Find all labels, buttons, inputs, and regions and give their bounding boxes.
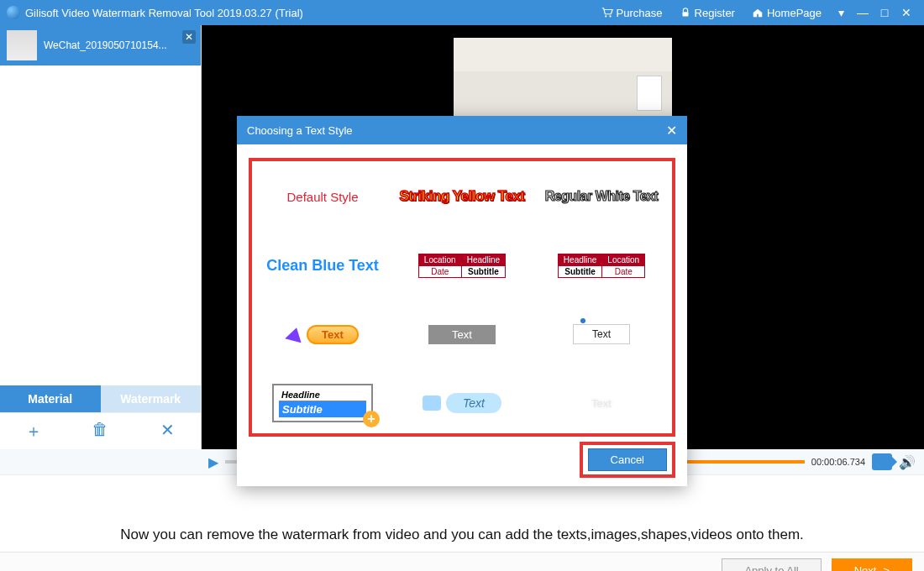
styles-grid: Default Style Striking Yellow Text Regul…	[257, 171, 667, 428]
style-gray-bar[interactable]: Text	[396, 309, 528, 359]
style-default-label: Default Style	[286, 190, 358, 204]
cancel-button[interactable]: Cancel	[588, 448, 667, 471]
style-headline-table-b[interactable]: HeadlineLocation SubtitleDate	[536, 240, 667, 291]
dialog-titlebar: Choosing a Text Style ✕	[237, 116, 687, 144]
style-cloud-label: Text	[446, 393, 501, 413]
dialog-body: Default Style Striking Yellow Text Regul…	[237, 144, 687, 486]
dialog-title: Choosing a Text Style	[247, 124, 353, 137]
cancel-highlight: Cancel	[580, 442, 675, 478]
style-blue-label: Clean Blue Text	[266, 257, 379, 275]
soap-icon	[423, 396, 441, 411]
style-cloud-bubble[interactable]: Text	[396, 378, 528, 428]
plus-icon: +	[363, 411, 380, 427]
style-table-a: LocationHeadline DateSubtitle	[418, 254, 506, 278]
style-hs-preview: Headline Subtitle +	[272, 384, 373, 422]
dialog-footer: Cancel	[249, 442, 675, 478]
style-gray-label: Text	[428, 325, 496, 344]
style-faint-scribble[interactable]: Text	[536, 378, 667, 428]
modal-backdrop: Choosing a Text Style ✕ Default Style St…	[0, 0, 924, 571]
style-default[interactable]: Default Style	[257, 171, 388, 222]
style-white-label: Regular White Text	[545, 189, 659, 204]
style-orange-label: Text	[307, 325, 359, 344]
styles-highlight: Default Style Striking Yellow Text Regul…	[249, 158, 675, 437]
style-orange-preview: Text	[286, 325, 359, 344]
style-hs-subtitle: Subtitle	[279, 401, 366, 417]
style-regular-white[interactable]: Regular White Text	[536, 171, 667, 222]
style-faint-label: Text	[591, 397, 612, 410]
text-style-dialog: Choosing a Text Style ✕ Default Style St…	[237, 116, 687, 486]
triangle-icon	[285, 326, 304, 343]
style-orange-banner[interactable]: Text	[257, 309, 388, 359]
style-hs-headline: Headline	[279, 389, 366, 401]
style-headline-table-a[interactable]: LocationHeadline DateSubtitle	[396, 240, 528, 291]
style-clean-blue[interactable]: Clean Blue Text	[257, 240, 388, 291]
style-yellow-label: Striking Yellow Text	[399, 188, 524, 205]
dialog-close-icon[interactable]: ✕	[666, 123, 677, 139]
style-white-box[interactable]: Text	[536, 309, 667, 359]
style-striking-yellow[interactable]: Striking Yellow Text	[396, 171, 528, 222]
style-table-b: HeadlineLocation SubtitleDate	[558, 254, 645, 278]
style-cloud-preview: Text	[423, 393, 501, 413]
style-whitebox-label: Text	[573, 324, 630, 344]
style-headline-subtitle[interactable]: Headline Subtitle +	[257, 378, 388, 428]
